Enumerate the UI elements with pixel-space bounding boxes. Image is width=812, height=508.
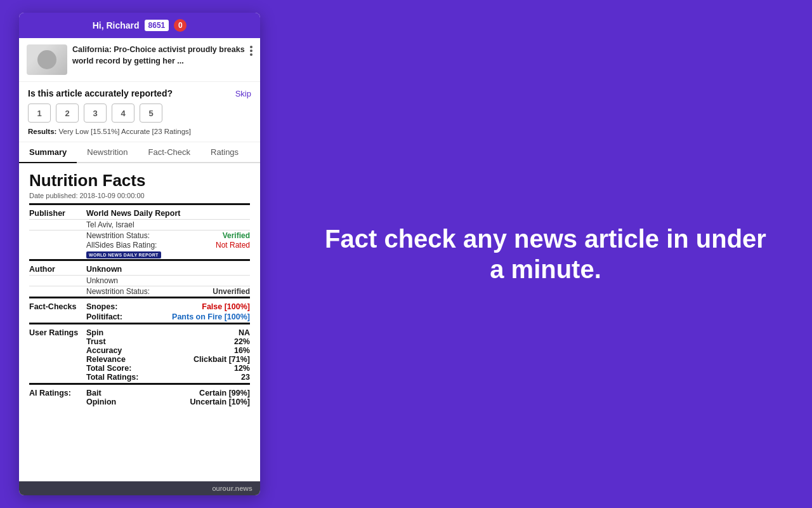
author-newstrition-value: Unverified — [213, 287, 250, 296]
publisher-label: Publisher — [29, 204, 86, 220]
snopes-value: False [100%] — [202, 302, 250, 311]
publisher-name: World News Daily Report — [86, 204, 250, 220]
publisher-location-row: Tel Aviv, Israel — [29, 220, 250, 231]
rating-btn-1[interactable]: 1 — [28, 104, 51, 123]
article-title[interactable]: California: Pro-Choice activist proudly … — [67, 44, 250, 67]
politifact-label: Politifact: — [86, 312, 122, 321]
ai-ratings-header: AI Ratings: Bait Certain [99%] Opinion U… — [29, 384, 250, 408]
author-newstrition-row: Newstrition Status: Unverified — [29, 286, 250, 298]
rating-question-row: Is this article accurately reported? Ski… — [28, 88, 251, 98]
total-score-value: 12% — [234, 364, 250, 373]
ai-ratings-label: AI Ratings: — [29, 384, 86, 408]
more-options-button[interactable] — [250, 44, 252, 56]
footer-bar: ourour.news — [19, 481, 260, 495]
opinion-label: Opinion — [86, 398, 116, 406]
rating-btn-5[interactable]: 5 — [140, 104, 162, 123]
rating-btn-4[interactable]: 4 — [112, 104, 134, 123]
rating-btn-3[interactable]: 3 — [84, 104, 107, 123]
author-name2: Unknown — [86, 276, 250, 286]
rating-buttons: 1 2 3 4 5 — [28, 104, 251, 123]
publisher-allsides-label: AllSides Bias Rating: — [86, 241, 157, 250]
author-label: Author — [29, 260, 86, 276]
tab-newstrition[interactable]: Newstrition — [77, 142, 138, 163]
article-preview: California: Pro-Choice activist proudly … — [19, 38, 260, 82]
header-greeting: Hi, Richard — [93, 20, 140, 30]
promo-text: Fact check any news article in under a m… — [279, 198, 812, 310]
tab-ratings[interactable]: Ratings — [200, 142, 249, 163]
article-thumbnail — [27, 44, 67, 75]
results-value: Very Low [15.51%] Accurate [23 Ratings] — [59, 128, 191, 135]
factcheck-label: Fact-Checks — [29, 298, 86, 324]
bait-label: Bait — [86, 389, 102, 398]
snopes-label: Snopes: — [86, 302, 117, 311]
author-name2-row: Unknown — [29, 276, 250, 286]
footer-logo: ourour.news — [212, 485, 252, 492]
nutrition-panel: Nutrition Facts Date published: 2018-10-… — [19, 163, 260, 481]
relevance-value: Clickbait [71%] — [193, 355, 250, 364]
tabs-row: Summary Newstrition Fact-Check Ratings — [19, 142, 260, 163]
footer-logo-news: our.news — [222, 485, 252, 492]
thumbnail-image — [27, 44, 67, 75]
publisher-newstrition-value: Verified — [223, 231, 250, 240]
results-label: Results: — [28, 128, 56, 135]
skip-link[interactable]: Skip — [235, 89, 251, 98]
trust-value: 22% — [234, 337, 250, 346]
header-bar: Hi, Richard 8651 0 — [19, 13, 260, 38]
nutrition-title: Nutrition Facts — [29, 171, 250, 190]
results-text: Results: Very Low [15.51%] Accurate [23 … — [28, 128, 251, 135]
author-newstrition-label: Newstrition Status: — [86, 287, 150, 296]
rating-section: Is this article accurately reported? Ski… — [19, 82, 260, 142]
rating-btn-2[interactable]: 2 — [56, 104, 79, 123]
app-panel: Hi, Richard 8651 0 California: Pro-Choic… — [19, 13, 260, 495]
accuracy-label: Accuracy — [86, 346, 122, 355]
tab-summary[interactable]: Summary — [19, 142, 77, 163]
bait-value: Certain [99%] — [199, 389, 250, 398]
factcheck-section-header: Fact-Checks Snopes: False [100%] Politif… — [29, 298, 250, 324]
notification-badge: 0 — [174, 19, 187, 32]
publisher-newstrition-label: Newstrition Status: — [86, 231, 150, 240]
rating-question: Is this article accurately reported? — [28, 88, 173, 98]
publisher-newstrition-row: Newstrition Status: Verified AllSides Bi… — [29, 231, 250, 260]
author-section-header: Author Unknown — [29, 260, 250, 276]
opinion-value: Uncertain [10%] — [190, 398, 250, 406]
nutrition-date: Date published: 2018-10-09 00:00:00 — [29, 192, 250, 199]
tab-fact-check[interactable]: Fact-Check — [138, 142, 200, 163]
accuracy-value: 16% — [234, 346, 250, 355]
nutrition-table: Publisher World News Daily Report Tel Av… — [29, 203, 250, 408]
header-points: 8651 — [145, 20, 169, 31]
publisher-allsides-value: Not Rated — [216, 241, 250, 250]
relevance-label: Relevance — [86, 355, 126, 364]
total-score-label: Total Score: — [86, 364, 131, 373]
user-ratings-header: User Ratings Spin NA Trust 22% Accuracy … — [29, 324, 250, 384]
author-name1: Unknown — [86, 260, 250, 276]
politifact-value: Pants on Fire [100%] — [172, 312, 250, 321]
spin-value: NA — [239, 328, 250, 337]
total-ratings-label: Total Ratings: — [86, 373, 138, 382]
publisher-section-header: Publisher World News Daily Report — [29, 204, 250, 220]
total-ratings-value: 23 — [241, 373, 250, 382]
publisher-logo: WORLD NEWS DAILY REPORT — [86, 250, 250, 258]
spin-label: Spin — [86, 328, 103, 337]
user-ratings-label: User Ratings — [29, 324, 86, 384]
publisher-location: Tel Aviv, Israel — [86, 220, 250, 231]
trust-label: Trust — [86, 337, 106, 346]
